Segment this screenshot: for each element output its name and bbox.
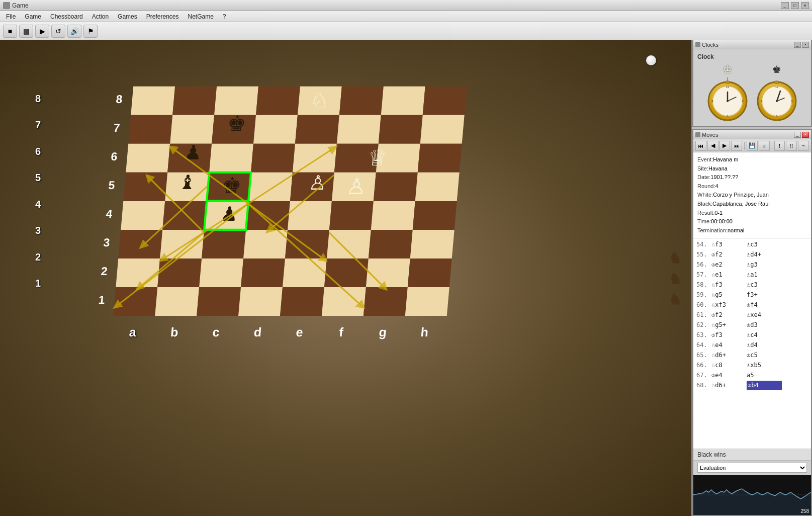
svg-rect-30 bbox=[374, 173, 418, 201]
menu-action[interactable]: Action bbox=[88, 12, 113, 21]
svg-rect-39 bbox=[413, 201, 457, 230]
menu-chessboard[interactable]: Chessboard bbox=[46, 12, 87, 21]
svg-rect-11 bbox=[253, 115, 298, 144]
move-num-13: 67. bbox=[696, 371, 711, 380]
menu-game[interactable]: Game bbox=[21, 12, 45, 21]
result-bar: Black wins bbox=[693, 449, 811, 460]
svg-point-112 bbox=[776, 100, 778, 102]
clock-label: Clock bbox=[697, 53, 807, 60]
svg-rect-50 bbox=[199, 259, 243, 287]
move-black-11[interactable]: ♔c5 bbox=[747, 351, 782, 360]
nav-annot2-btn[interactable]: !! bbox=[786, 141, 797, 151]
move-black-8[interactable]: ♔d3 bbox=[747, 320, 782, 329]
menu-file[interactable]: File bbox=[2, 12, 20, 21]
move-black-2[interactable]: ♗g3 bbox=[747, 260, 782, 269]
menu-help[interactable]: ? bbox=[219, 12, 230, 21]
menu-preferences[interactable]: Preferences bbox=[142, 12, 183, 21]
toolbar-flag-btn[interactable]: ⚑ bbox=[83, 25, 98, 38]
move-black-7[interactable]: ♗xe4 bbox=[747, 310, 782, 319]
svg-text:12: 12 bbox=[775, 85, 779, 89]
move-black-13[interactable]: a5 bbox=[747, 371, 782, 380]
move-white-14[interactable]: ♘d6+ bbox=[711, 381, 747, 390]
moves-window: Moves _ × ⏮ ◀ ▶ ⏭ 💾 ≡ bbox=[692, 129, 812, 516]
main-title: Game bbox=[12, 2, 29, 9]
move-white-12[interactable]: ♘c8 bbox=[711, 361, 747, 370]
move-white-4[interactable]: ♘f3 bbox=[711, 280, 747, 289]
move-row-56: 56.♔e2♗g3 bbox=[694, 260, 810, 270]
toolbar-stop-btn[interactable]: ■ bbox=[3, 25, 17, 38]
svg-text:8: 8 bbox=[116, 93, 123, 106]
menu-games[interactable]: Games bbox=[114, 12, 141, 21]
toolbar-play-btn[interactable]: ▶ bbox=[35, 25, 49, 38]
close-btn[interactable]: × bbox=[801, 2, 809, 9]
svg-text:e: e bbox=[296, 325, 304, 339]
eval-select[interactable]: Evaluation bbox=[697, 463, 807, 473]
nav-graph-btn[interactable]: ~ bbox=[798, 141, 809, 151]
move-black-9[interactable]: ♗c4 bbox=[747, 330, 782, 339]
svg-rect-33 bbox=[162, 201, 207, 230]
toolbar-sound-btn[interactable]: 🔊 bbox=[67, 25, 81, 38]
move-black-3[interactable]: ♗a1 bbox=[747, 270, 782, 279]
move-white-13[interactable]: ♔e4 bbox=[711, 371, 747, 380]
move-white-0[interactable]: ♘f3 bbox=[711, 240, 747, 249]
toolbar: ■ ▤ ▶ ↺ 🔊 ⚑ bbox=[0, 22, 812, 40]
move-num-11: 65. bbox=[696, 351, 711, 360]
nav-save-btn[interactable]: 💾 bbox=[747, 141, 758, 151]
move-white-11[interactable]: ♘d6+ bbox=[711, 351, 747, 360]
rank-5: 5 bbox=[35, 165, 41, 192]
move-black-6[interactable]: ♔f4 bbox=[747, 300, 782, 309]
toolbar-reset-btn[interactable]: ↺ bbox=[51, 25, 65, 38]
captured-piece-3: ♞ bbox=[669, 291, 681, 307]
move-black-4[interactable]: ♗c3 bbox=[747, 280, 782, 289]
move-black-5[interactable]: f3+ bbox=[747, 290, 782, 299]
move-white-1[interactable]: ♔f2 bbox=[711, 250, 747, 259]
clocks-row: ♔ bbox=[697, 63, 807, 122]
svg-rect-35 bbox=[246, 201, 290, 230]
move-white-5[interactable]: ♘g5 bbox=[711, 290, 747, 299]
nav-first-btn[interactable]: ⏮ bbox=[695, 141, 706, 151]
move-white-6[interactable]: ♘xf3 bbox=[711, 300, 747, 309]
moves-list-container[interactable]: 54.♘f3♗c355.♔f2♗d4+56.♔e2♗g357.♘e1♗a158.… bbox=[693, 238, 811, 449]
move-black-12[interactable]: ♗xb5 bbox=[747, 361, 782, 370]
move-black-1[interactable]: ♗d4+ bbox=[747, 250, 782, 259]
svg-rect-13 bbox=[337, 115, 381, 144]
svg-text:‖: ‖ bbox=[727, 77, 729, 81]
minimize-btn[interactable]: _ bbox=[781, 2, 789, 9]
move-white-10[interactable]: ♘e4 bbox=[711, 340, 747, 350]
menu-netgame[interactable]: NetGame bbox=[184, 12, 218, 21]
toolbar-board-btn[interactable]: ▤ bbox=[19, 25, 33, 38]
rank-6: 6 bbox=[35, 138, 41, 165]
move-num-12: 66. bbox=[696, 361, 711, 370]
moves-close-btn[interactable]: × bbox=[802, 132, 809, 138]
right-panel: Clocks _ × Clock ♔ bbox=[691, 40, 812, 516]
move-black-0[interactable]: ♗c3 bbox=[747, 240, 782, 249]
move-black-14[interactable]: ♔b4 bbox=[747, 381, 782, 390]
captured-pieces: ♞ ♞ ♞ bbox=[669, 249, 681, 307]
move-row-55: 55.♔f2♗d4+ bbox=[694, 249, 810, 260]
nav-list-btn[interactable]: ≡ bbox=[759, 141, 770, 151]
svg-text:g: g bbox=[379, 325, 388, 339]
svg-rect-52 bbox=[283, 259, 327, 287]
nav-prev-btn[interactable]: ◀ bbox=[707, 141, 718, 151]
moves-minimize-btn[interactable]: _ bbox=[794, 132, 801, 138]
move-black-10[interactable]: ♗d4 bbox=[747, 340, 782, 350]
move-white-8[interactable]: ♘g5+ bbox=[711, 320, 747, 329]
nav-next-btn[interactable]: ▶ bbox=[719, 141, 731, 151]
svg-rect-19 bbox=[251, 144, 295, 173]
move-white-9[interactable]: ♔f3 bbox=[711, 330, 747, 339]
white-clock-face: 12 3 6 9 ‖ bbox=[705, 77, 750, 122]
nav-last-btn[interactable]: ⏭ bbox=[731, 141, 742, 151]
maximize-btn[interactable]: □ bbox=[791, 2, 799, 9]
move-white-2[interactable]: ♔e2 bbox=[711, 260, 747, 269]
clock-close-btn[interactable]: × bbox=[802, 42, 809, 48]
clock-minimize-btn[interactable]: _ bbox=[794, 42, 801, 48]
svg-text:h: h bbox=[420, 325, 429, 339]
game-info: Event: Havana m Site: Havana Date: 1901.… bbox=[693, 152, 811, 238]
svg-rect-63 bbox=[405, 287, 449, 316]
move-white-3[interactable]: ♘e1 bbox=[711, 270, 747, 279]
piece-white-pawn-f4: ♙ bbox=[345, 175, 367, 199]
move-white-7[interactable]: ♔f2 bbox=[711, 310, 747, 319]
nav-annot1-btn[interactable]: ! bbox=[774, 141, 785, 151]
svg-rect-7 bbox=[423, 87, 467, 115]
move-row-60: 60.♘xf3♔f4 bbox=[694, 300, 810, 310]
